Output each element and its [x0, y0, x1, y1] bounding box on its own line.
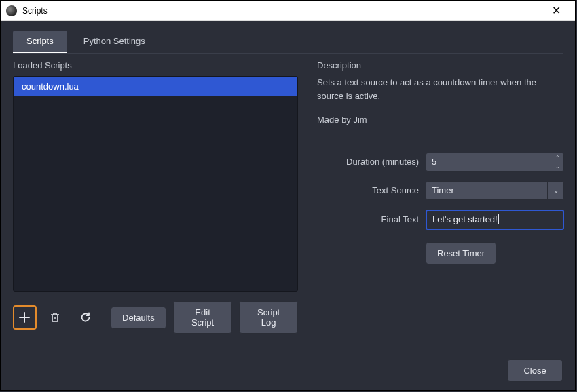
app-icon — [6, 5, 17, 16]
client-area: Scripts Python Settings Loaded Scripts c… — [1, 21, 575, 390]
script-list[interactable]: countdown.lua — [13, 76, 298, 292]
dialog-footer: Close — [13, 359, 563, 382]
plus-icon — [18, 311, 31, 324]
duration-step-down[interactable]: ⌄ — [551, 162, 563, 171]
final-text-row: Final Text Let's get started! — [317, 210, 564, 230]
final-text-label: Final Text — [317, 214, 419, 224]
refresh-icon — [79, 311, 92, 324]
reload-scripts-button[interactable] — [73, 305, 97, 330]
tab-bar: Scripts Python Settings — [13, 31, 563, 54]
reset-row: Reset Timer — [317, 242, 564, 264]
script-item-countdown[interactable]: countdown.lua — [14, 77, 297, 96]
final-text-input[interactable]: Let's get started! — [426, 210, 564, 230]
final-text-value: Let's get started! — [432, 214, 498, 224]
chevron-down-icon: ⌄ — [547, 182, 563, 199]
description-text: Sets a text source to act as a countdown… — [317, 76, 564, 102]
description-author: Made by Jim — [317, 113, 564, 127]
remove-script-button[interactable] — [43, 305, 67, 330]
text-source-row: Text Source Timer ⌄ — [317, 181, 564, 200]
add-script-button[interactable] — [13, 305, 37, 330]
text-source-value: Timer — [426, 185, 547, 195]
window-close-button[interactable]: ✕ — [542, 4, 570, 17]
reset-timer-button[interactable]: Reset Timer — [426, 242, 496, 264]
loaded-scripts-panel: Loaded Scripts countdown.lua Default — [13, 60, 298, 347]
text-source-label: Text Source — [317, 185, 419, 195]
defaults-button[interactable]: Defaults — [111, 307, 166, 329]
text-caret — [498, 214, 499, 224]
duration-step-up[interactable]: ⌃ — [551, 153, 563, 162]
edit-script-button[interactable]: Edit Script — [173, 301, 232, 334]
text-source-select[interactable]: Timer ⌄ — [426, 181, 564, 200]
script-toolbar: Defaults Edit Script Script Log — [13, 301, 298, 334]
script-log-button[interactable]: Script Log — [239, 301, 298, 334]
duration-input[interactable] — [426, 153, 551, 171]
trash-icon — [49, 311, 61, 324]
script-properties-form: Duration (minutes) ⌃ ⌄ — [317, 153, 564, 264]
scripts-window: Scripts ✕ Scripts Python Settings Loaded… — [0, 0, 576, 391]
duration-row: Duration (minutes) ⌃ ⌄ — [317, 153, 564, 172]
close-button[interactable]: Close — [507, 359, 563, 382]
loaded-scripts-heading: Loaded Scripts — [13, 60, 298, 71]
description-panel: Description Sets a text source to act as… — [317, 60, 564, 347]
titlebar: Scripts ✕ — [1, 1, 575, 21]
description-heading: Description — [317, 60, 564, 71]
duration-label: Duration (minutes) — [317, 157, 419, 167]
content-row: Loaded Scripts countdown.lua Default — [13, 60, 563, 347]
tab-scripts[interactable]: Scripts — [13, 31, 67, 53]
tab-python-settings[interactable]: Python Settings — [70, 31, 159, 53]
window-title: Scripts — [22, 6, 542, 16]
duration-spinbox[interactable]: ⌃ ⌄ — [426, 153, 564, 172]
duration-spin-arrows: ⌃ ⌄ — [551, 153, 563, 171]
